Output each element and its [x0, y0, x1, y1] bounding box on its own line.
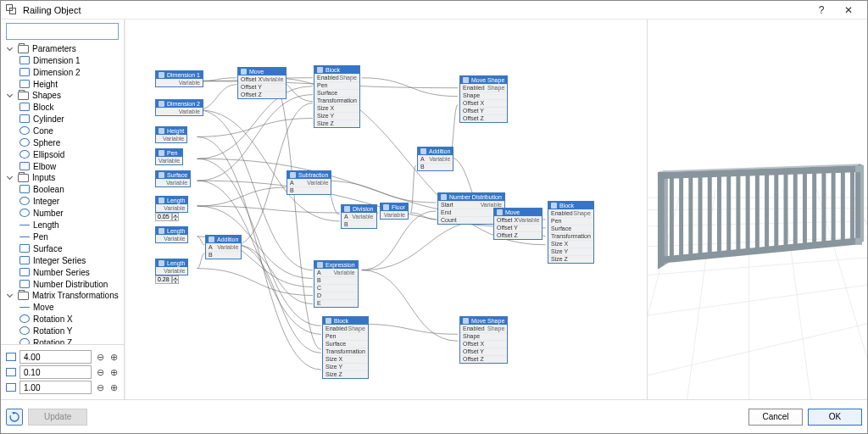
node-port[interactable]: Size Z: [323, 370, 368, 378]
node-port[interactable]: Surface: [314, 89, 359, 97]
tree-item[interactable]: Block: [1, 101, 124, 113]
tree-item[interactable]: Ellipsoid: [1, 148, 124, 160]
node-header[interactable]: Move Shape: [460, 317, 507, 325]
spinner-down[interactable]: ▾: [172, 217, 179, 221]
node-port[interactable]: B: [314, 276, 358, 284]
node-port[interactable]: Size Z: [548, 255, 593, 263]
node-port[interactable]: Offset Y: [460, 348, 507, 355]
tree-item[interactable]: Cylinder: [1, 113, 124, 125]
node-port[interactable]: EnabledShape: [314, 74, 359, 81]
tree-item[interactable]: Rotation Y: [1, 325, 124, 337]
tree-item[interactable]: Sphere: [1, 136, 124, 148]
node-port[interactable]: EnabledShape: [548, 209, 593, 217]
node-port[interactable]: B: [418, 163, 453, 170]
node-port[interactable]: AVariable: [206, 243, 241, 251]
node-header[interactable]: Number Distribution: [438, 193, 504, 201]
graph-node[interactable]: MoveOffset XVariableOffset YOffset Z: [237, 67, 287, 99]
graph-node[interactable]: Move ShapeEnabledShapeShapeOffset XOffse…: [459, 75, 508, 123]
node-port[interactable]: AVariable: [342, 213, 376, 220]
node-port[interactable]: B: [206, 251, 241, 259]
node-header[interactable]: Length: [156, 227, 187, 235]
tree-item[interactable]: Height: [1, 78, 124, 90]
graph-node[interactable]: Move ShapeEnabledShapeShapeOffset XOffse…: [459, 316, 508, 364]
node-port[interactable]: D: [314, 292, 358, 299]
node-port[interactable]: Size X: [314, 104, 359, 112]
spinner-input[interactable]: 0.28▴▾: [155, 275, 179, 284]
graph-node[interactable]: MoveOffset XVariableOffset YOffset Z: [493, 208, 542, 240]
graph-node[interactable]: LengthVariable: [155, 196, 188, 213]
node-port[interactable]: Surface: [548, 225, 593, 232]
tree-item[interactable]: Surface: [1, 242, 124, 254]
graph-node[interactable]: HeightVariable: [155, 126, 187, 143]
search-input[interactable]: [6, 23, 119, 40]
node-port[interactable]: Variable: [381, 211, 408, 219]
node-header[interactable]: Block: [323, 317, 368, 325]
minus-button[interactable]: ⊖: [95, 352, 105, 362]
node-header[interactable]: Block: [314, 66, 359, 74]
node-port[interactable]: B: [287, 186, 331, 194]
graph-node[interactable]: ExpressionAVariableBCDE: [314, 260, 359, 308]
node-header[interactable]: Dimension 1: [156, 71, 203, 79]
node-canvas[interactable]: Dimension 1VariableDimension 2VariableHe…: [125, 19, 647, 399]
node-port[interactable]: Shape: [460, 92, 507, 99]
node-header[interactable]: Length: [156, 197, 187, 204]
tree-item[interactable]: Length: [1, 219, 124, 231]
node-header[interactable]: Move: [238, 68, 286, 75]
graph-node[interactable]: AdditionAVariableB: [417, 147, 453, 171]
graph-node[interactable]: BlockEnabledShapePenSurfaceTransformatio…: [548, 201, 594, 264]
node-port[interactable]: Offset X: [460, 340, 507, 348]
graph-node[interactable]: FloorVariable: [380, 203, 409, 220]
node-port[interactable]: Pen: [314, 81, 359, 89]
minus-button[interactable]: ⊖: [95, 382, 105, 392]
graph-node[interactable]: SubtractionAVariableB: [287, 170, 331, 195]
node-port[interactable]: Variable: [156, 79, 203, 86]
preview-3d[interactable]: [647, 19, 867, 399]
node-port[interactable]: Variable: [156, 135, 186, 142]
tree-item[interactable]: Number: [1, 207, 124, 219]
cancel-button[interactable]: Cancel: [748, 409, 803, 426]
tree-group-header[interactable]: Matrix Transformations: [1, 290, 124, 301]
node-port[interactable]: Offset Z: [494, 231, 542, 239]
param-value-input[interactable]: [19, 365, 92, 379]
node-port[interactable]: AVariable: [314, 269, 358, 276]
node-header[interactable]: Length: [156, 259, 187, 267]
node-port[interactable]: Transformation: [548, 232, 593, 240]
node-port[interactable]: EnabledShape: [460, 325, 507, 332]
node-port[interactable]: Size Y: [323, 363, 368, 370]
plus-button[interactable]: ⊕: [108, 352, 119, 362]
tree-item[interactable]: Elbow: [1, 160, 124, 172]
node-header[interactable]: Height: [156, 127, 186, 135]
node-port[interactable]: Offset Y: [460, 107, 507, 114]
tree-item[interactable]: Boolean: [1, 183, 124, 195]
node-port[interactable]: Variable: [156, 204, 187, 212]
tree-item[interactable]: Pen: [1, 231, 124, 242]
node-port[interactable]: Size X: [548, 240, 593, 248]
node-port[interactable]: Transformation: [323, 348, 368, 355]
node-header[interactable]: Surface: [156, 171, 190, 179]
tree-item[interactable]: Dimension 1: [1, 54, 124, 66]
node-header[interactable]: Subtraction: [287, 171, 331, 179]
graph-node[interactable]: BlockEnabledShapePenSurfaceTransformatio…: [314, 65, 360, 128]
minus-button[interactable]: ⊖: [95, 367, 105, 377]
graph-node[interactable]: PenVariable: [155, 148, 183, 165]
node-header[interactable]: Addition: [418, 147, 453, 155]
node-port[interactable]: Surface: [323, 340, 368, 348]
update-button[interactable]: Update: [28, 409, 87, 426]
graph-node[interactable]: SurfaceVariable: [155, 170, 191, 187]
node-port[interactable]: Variable: [156, 267, 187, 275]
node-header[interactable]: Floor: [381, 203, 408, 211]
node-port[interactable]: Offset Y: [238, 83, 286, 91]
node-header[interactable]: Move Shape: [460, 76, 507, 84]
node-port[interactable]: Offset Z: [460, 355, 507, 363]
node-port[interactable]: Size X: [323, 355, 368, 363]
node-port[interactable]: Variable: [156, 157, 182, 164]
tree-group-header[interactable]: Shapes: [1, 90, 124, 101]
plus-button[interactable]: ⊕: [108, 367, 119, 377]
ok-button[interactable]: OK: [808, 409, 862, 426]
node-port[interactable]: AVariable: [418, 155, 453, 163]
node-port[interactable]: Pen: [323, 332, 368, 340]
tree-item[interactable]: Move: [1, 301, 124, 313]
tree-group-header[interactable]: Parameters: [1, 43, 124, 54]
node-port[interactable]: B: [342, 220, 376, 228]
param-value-input[interactable]: [19, 381, 92, 394]
